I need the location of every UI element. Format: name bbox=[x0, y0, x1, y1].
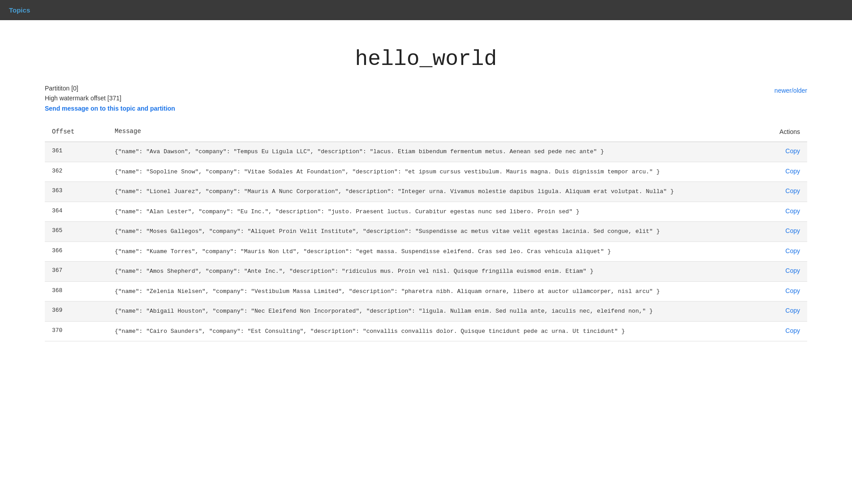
copy-button[interactable]: Copy bbox=[785, 247, 800, 254]
table-row: 366{"name": "Kuame Torres", "company": "… bbox=[45, 241, 807, 262]
offset-cell: 370 bbox=[45, 321, 108, 341]
message-cell: {"name": "Cairo Saunders", "company": "E… bbox=[108, 321, 753, 341]
offset-cell: 366 bbox=[45, 241, 108, 262]
offset-cell: 361 bbox=[45, 142, 108, 162]
copy-button[interactable]: Copy bbox=[785, 307, 800, 314]
table-row: 364{"name": "Alan Lester", "company": "E… bbox=[45, 202, 807, 222]
table-header: Offset Message Actions bbox=[45, 121, 807, 142]
table-row: 362{"name": "Sopoline Snow", "company": … bbox=[45, 162, 807, 182]
table-row: 367{"name": "Amos Shepherd", "company": … bbox=[45, 262, 807, 282]
actions-cell: Copy bbox=[753, 262, 807, 282]
message-cell: {"name": "Alan Lester", "company": "Eu I… bbox=[108, 202, 753, 222]
messages-table: Offset Message Actions 361{"name": "Ava … bbox=[45, 121, 807, 341]
table-row: 370{"name": "Cairo Saunders", "company":… bbox=[45, 321, 807, 341]
newer-older-link[interactable]: newer/older bbox=[775, 87, 807, 94]
message-column-header: Message bbox=[108, 121, 753, 142]
message-cell: {"name": "Abigail Houston", "company": "… bbox=[108, 302, 753, 322]
table-row: 369{"name": "Abigail Houston", "company"… bbox=[45, 302, 807, 322]
navbar-brand[interactable]: Topics bbox=[9, 6, 30, 14]
table-body: 361{"name": "Ava Dawson", "company": "Te… bbox=[45, 142, 807, 341]
copy-button[interactable]: Copy bbox=[785, 168, 800, 175]
table-header-row: Offset Message Actions bbox=[45, 121, 807, 142]
offset-cell: 363 bbox=[45, 182, 108, 202]
copy-button[interactable]: Copy bbox=[785, 327, 800, 334]
message-cell: {"name": "Sopoline Snow", "company": "Vi… bbox=[108, 162, 753, 182]
message-cell: {"name": "Kuame Torres", "company": "Mau… bbox=[108, 241, 753, 262]
message-cell: {"name": "Lionel Juarez", "company": "Ma… bbox=[108, 182, 753, 202]
actions-cell: Copy bbox=[753, 321, 807, 341]
actions-cell: Copy bbox=[753, 302, 807, 322]
copy-button[interactable]: Copy bbox=[785, 287, 800, 294]
table-row: 365{"name": "Moses Gallegos", "company":… bbox=[45, 222, 807, 242]
table-row: 361{"name": "Ava Dawson", "company": "Te… bbox=[45, 142, 807, 162]
offset-cell: 362 bbox=[45, 162, 108, 182]
copy-button[interactable]: Copy bbox=[785, 147, 800, 155]
actions-cell: Copy bbox=[753, 202, 807, 222]
actions-cell: Copy bbox=[753, 142, 807, 162]
header-section: Partititon [0] High watermark offset [37… bbox=[45, 85, 807, 112]
send-message-link[interactable]: Send message on to this topic and partit… bbox=[45, 105, 175, 112]
page-title: hello_world bbox=[45, 47, 807, 71]
partition-info: Partititon [0] bbox=[45, 85, 807, 92]
copy-button[interactable]: Copy bbox=[785, 267, 800, 274]
navbar: Topics bbox=[0, 0, 852, 20]
message-cell: {"name": "Amos Shepherd", "company": "An… bbox=[108, 262, 753, 282]
main-content: hello_world Partititon [0] High watermar… bbox=[0, 20, 852, 359]
watermark-info: High watermark offset [371] bbox=[45, 95, 807, 102]
actions-cell: Copy bbox=[753, 241, 807, 262]
nav-links: newer/older bbox=[775, 86, 807, 95]
message-cell: {"name": "Ava Dawson", "company": "Tempu… bbox=[108, 142, 753, 162]
copy-button[interactable]: Copy bbox=[785, 227, 800, 234]
actions-cell: Copy bbox=[753, 182, 807, 202]
actions-column-header: Actions bbox=[753, 121, 807, 142]
table-row: 368{"name": "Zelenia Nielsen", "company"… bbox=[45, 281, 807, 302]
message-cell: {"name": "Zelenia Nielsen", "company": "… bbox=[108, 281, 753, 302]
copy-button[interactable]: Copy bbox=[785, 207, 800, 215]
actions-cell: Copy bbox=[753, 162, 807, 182]
offset-cell: 369 bbox=[45, 302, 108, 322]
table-row: 363{"name": "Lionel Juarez", "company": … bbox=[45, 182, 807, 202]
actions-cell: Copy bbox=[753, 222, 807, 242]
offset-column-header: Offset bbox=[45, 121, 108, 142]
actions-cell: Copy bbox=[753, 281, 807, 302]
offset-cell: 368 bbox=[45, 281, 108, 302]
offset-cell: 364 bbox=[45, 202, 108, 222]
offset-cell: 367 bbox=[45, 262, 108, 282]
copy-button[interactable]: Copy bbox=[785, 187, 800, 194]
offset-cell: 365 bbox=[45, 222, 108, 242]
message-cell: {"name": "Moses Gallegos", "company": "A… bbox=[108, 222, 753, 242]
